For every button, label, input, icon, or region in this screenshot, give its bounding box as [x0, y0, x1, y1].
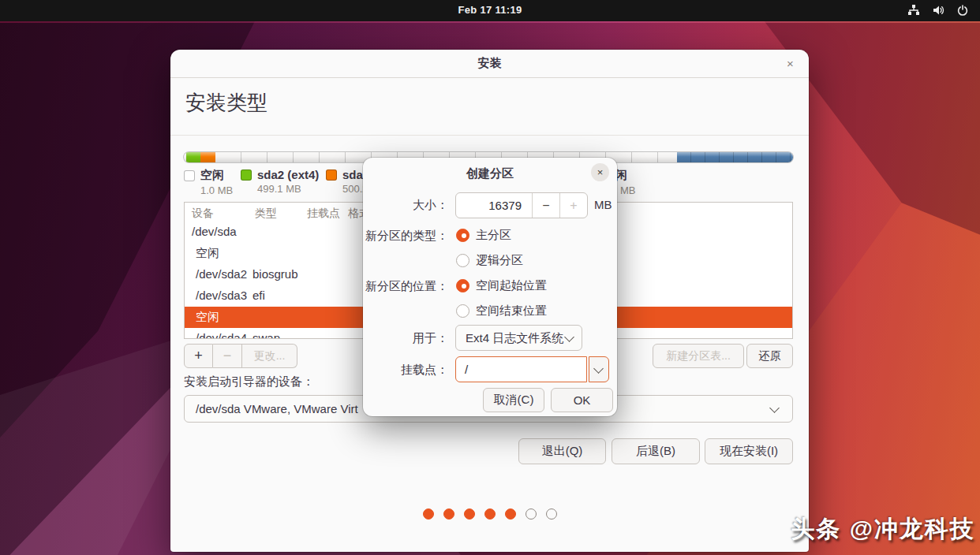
progress-dot [423, 508, 434, 520]
radio-label: 空间起始位置 [476, 278, 547, 293]
dialog-title: 创建分区 [363, 166, 617, 181]
legend-swatch [241, 169, 252, 181]
type-radio-group: 主分区逻辑分区 [456, 222, 523, 273]
progress-dot [443, 508, 454, 520]
change-partition-button[interactable]: 更改... [242, 344, 297, 368]
watermark: 头条 @冲龙科技 [791, 513, 975, 546]
legend-size: 1.0 MB [200, 184, 233, 196]
size-increment-button[interactable]: + [559, 193, 587, 218]
mount-point-dropdown-button[interactable] [589, 356, 609, 382]
create-partition-dialog: 创建分区 × 大小： 16379 − + MB 新分区的类型： 主分区逻辑分区 … [363, 158, 617, 416]
cell-device: 空闲 [196, 310, 219, 325]
clock[interactable]: Feb 17 11:19 [458, 4, 522, 16]
quit-button[interactable]: 退出(Q) [518, 438, 606, 464]
cancel-button[interactable]: 取消(C) [483, 388, 544, 412]
system-tray[interactable] [907, 4, 969, 17]
progress-dot [505, 508, 516, 520]
size-unit: MB [594, 198, 612, 211]
progress-dot [484, 508, 496, 520]
window-close-button[interactable]: × [781, 54, 799, 73]
mount-point-label: 挂载点： [363, 363, 448, 378]
radio-option[interactable]: 空间起始位置 [456, 273, 547, 298]
cell-device: /dev/sda4 [196, 331, 247, 339]
progress-dots [170, 508, 809, 520]
legend-item: 空闲1.0 MB [184, 168, 233, 196]
radio-option[interactable]: 主分区 [456, 222, 523, 248]
wallpaper-highlight [0, 21, 980, 23]
radio-icon [456, 279, 469, 292]
window-titlebar: 安装 × [170, 50, 809, 78]
cell-type: efi [252, 289, 265, 302]
cell-device: /dev/sda [192, 225, 237, 238]
legend-size: 499.1 MB [257, 183, 319, 195]
cell-type: swap [252, 331, 280, 339]
ok-button[interactable]: OK [551, 388, 613, 412]
bar-segment-sda2 [186, 152, 200, 162]
boot-device-label: 安装启动引导器的设备： [184, 374, 314, 389]
legend-item: sda2 (ext4)499.1 MB [241, 168, 319, 195]
divider [170, 135, 809, 136]
legend-label: 空闲 [200, 168, 224, 183]
mount-point-value: / [465, 363, 468, 376]
progress-dot [526, 508, 537, 520]
bar-segment-sda3 [200, 152, 215, 162]
column-header: 挂载点 [307, 207, 340, 221]
cell-device: /dev/sda3 [196, 289, 247, 302]
boot-device-value: /dev/sda VMware, VMware Virt [196, 402, 358, 415]
new-partition-table-button[interactable]: 新建分区表... [653, 344, 744, 368]
back-button[interactable]: 后退(B) [612, 438, 700, 464]
revert-button[interactable]: 还原 [746, 344, 793, 368]
location-label: 新分区的位置： [363, 279, 448, 294]
remove-partition-button[interactable]: − [213, 344, 242, 368]
type-label: 新分区的类型： [363, 229, 448, 244]
radio-label: 逻辑分区 [476, 253, 523, 268]
legend-label: sda2 (ext4) [257, 168, 319, 181]
radio-icon [456, 229, 469, 242]
radio-label: 主分区 [476, 228, 511, 243]
dialog-close-button[interactable]: × [591, 163, 609, 181]
screen: Feb 17 11:19 安装 × 安装类型 空 [0, 0, 980, 555]
chevron-down-icon [769, 403, 780, 413]
mount-point-input[interactable]: / [455, 356, 587, 382]
chevron-down-icon [593, 363, 604, 374]
radio-label: 空间结束位置 [476, 304, 547, 318]
column-header: 类型 [255, 207, 277, 221]
window-title: 安装 [170, 56, 809, 71]
cell-type: biosgrub [252, 267, 298, 281]
install-now-button[interactable]: 现在安装(I) [705, 438, 793, 464]
use-as-label: 用于： [363, 331, 448, 346]
legend-size: MB [620, 184, 636, 196]
cell-device: 空闲 [196, 246, 219, 261]
chevron-down-icon [564, 332, 574, 342]
size-decrement-button[interactable]: − [532, 193, 559, 218]
column-header: 设备 [192, 207, 214, 221]
filesystem-dropdown[interactable]: Ext4 日志文件系统 [455, 325, 582, 351]
radio-option[interactable]: 逻辑分区 [456, 248, 523, 273]
bar-segment-sda4 [677, 152, 793, 162]
location-radio-group: 空间起始位置空间结束位置 [456, 273, 547, 323]
size-label: 大小： [363, 198, 448, 213]
radio-icon [456, 254, 469, 267]
size-input[interactable]: 16379 [456, 193, 532, 218]
network-icon[interactable] [907, 4, 920, 17]
legend-swatch [326, 169, 337, 181]
power-icon[interactable] [956, 4, 969, 17]
progress-dot [546, 508, 557, 520]
filesystem-value: Ext4 日志文件系统 [466, 331, 563, 346]
size-spinner: 16379 − + [455, 192, 588, 218]
legend-swatch [184, 170, 195, 181]
progress-dot [464, 508, 475, 520]
partition-toolbar: + − 更改... [184, 344, 297, 368]
top-panel: Feb 17 11:19 [0, 0, 980, 21]
radio-option[interactable]: 空间结束位置 [456, 298, 547, 323]
add-partition-button[interactable]: + [184, 344, 213, 368]
volume-icon[interactable] [932, 4, 944, 17]
cell-device: /dev/sda2 [196, 267, 247, 281]
page-title: 安装类型 [185, 89, 267, 117]
radio-icon [456, 304, 469, 318]
